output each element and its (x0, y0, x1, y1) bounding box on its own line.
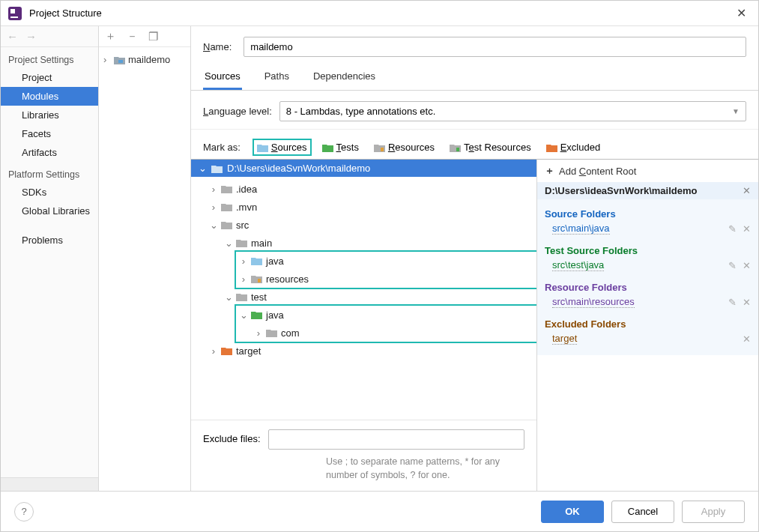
folder-icon (221, 220, 232, 229)
nav-facets[interactable]: Facets (1, 124, 98, 143)
edit-icon[interactable]: ✎ (728, 260, 737, 271)
resource-folder-item[interactable]: src\main\resources ✎✕ (545, 294, 751, 314)
add-content-root[interactable]: ＋ Add Content Root (537, 160, 758, 182)
tree-row-target[interactable]: ›target (191, 342, 536, 360)
help-button[interactable]: ? (14, 502, 34, 522)
nav-modules[interactable]: Modules (1, 87, 98, 106)
module-tree: › maildemo (99, 47, 190, 72)
copy-module-icon[interactable]: ❐ (148, 30, 158, 43)
nav-global-libraries[interactable]: Global Libraries (1, 202, 98, 220)
module-name: maildemo (128, 54, 170, 65)
sources-folder-icon (257, 143, 268, 152)
tree-row-main[interactable]: ⌄main (191, 234, 536, 252)
name-row: Name: (191, 26, 758, 64)
tree-row-main-resources[interactable]: ›resources (236, 270, 532, 288)
chevron-down-icon: ⌄ (225, 291, 232, 303)
nav-problems[interactable]: Problems (1, 231, 98, 250)
nav-artifacts[interactable]: Artifacts (1, 143, 98, 162)
edit-icon[interactable]: ✎ (728, 297, 737, 308)
remove-module-icon[interactable]: － (127, 29, 138, 43)
chevron-right-icon: › (210, 202, 217, 213)
test-source-folders-title: Test Source Folders (545, 241, 751, 258)
tree-row-src[interactable]: ⌄src (191, 216, 536, 234)
tab-dependencies[interactable]: Dependencies (312, 64, 377, 90)
module-list-panel: ＋ － ❐ › maildemo (99, 26, 191, 491)
module-toolbar: ＋ － ❐ (99, 26, 190, 47)
nav-libraries[interactable]: Libraries (1, 106, 98, 124)
app-icon (8, 7, 22, 20)
resource-folder-icon (251, 274, 262, 283)
chevron-right-icon: › (103, 54, 111, 65)
dialog-footer: ? OK Cancel Apply (1, 491, 758, 531)
add-module-icon[interactable]: ＋ (105, 29, 116, 43)
resource-folders-title: Resource Folders (545, 277, 751, 294)
highlighted-main-box: ›java ›resources (236, 252, 536, 288)
mark-tests[interactable]: Tests (319, 140, 362, 154)
tree-row-mvn[interactable]: ›.mvn (191, 198, 536, 216)
svg-rect-6 (258, 279, 261, 282)
language-level-select[interactable]: 8 - Lambdas, type annotations etc. ▼ (279, 101, 746, 121)
dialog-body: ← → Project Settings Project Modules Lib… (1, 26, 758, 491)
chevron-down-icon: ⌄ (210, 220, 217, 231)
source-folder-item[interactable]: src\main\java ✎✕ (545, 221, 751, 241)
mark-sources[interactable]: Sources (254, 140, 310, 154)
plus-icon: ＋ (545, 164, 554, 178)
mark-test-resources[interactable]: Test Resources (447, 140, 534, 154)
remove-icon[interactable]: ✕ (743, 297, 751, 308)
titlebar: Project Structure ✕ (1, 1, 758, 26)
chevron-down-icon: ⌄ (199, 163, 207, 174)
tree-root-row[interactable]: ⌄ D:\Users\ideaSvnWork\maildemo (191, 160, 536, 177)
nav-sdks[interactable]: SDKs (1, 183, 98, 202)
nav-project[interactable]: Project (1, 68, 98, 87)
folder-icon (221, 202, 232, 211)
section-project-settings: Project Settings (1, 47, 98, 68)
dropdown-icon: ▼ (732, 107, 740, 115)
folder-tree: ›.idea ›.mvn ⌄src ⌄main ›java ›resources… (191, 177, 536, 420)
remove-icon[interactable]: ✕ (743, 333, 751, 345)
tree-row-test-java[interactable]: ⌄java (236, 306, 532, 324)
svg-rect-5 (456, 148, 459, 151)
svg-rect-3 (118, 60, 123, 63)
tests-folder-icon (322, 143, 333, 152)
test-source-folder-item[interactable]: src\test\java ✎✕ (545, 258, 751, 277)
content-root-path-row[interactable]: D:\Users\ideaSvnWork\maildemo ✕ (537, 182, 758, 199)
tree-row-main-java[interactable]: ›java (236, 252, 532, 270)
edit-icon[interactable]: ✎ (728, 223, 737, 235)
exclude-files-row: Exclude files: (191, 420, 536, 453)
ok-button[interactable]: OK (541, 501, 604, 523)
cancel-button[interactable]: Cancel (611, 501, 674, 523)
excluded-folder-item[interactable]: target ✕ (545, 331, 751, 351)
root-folder-icon (211, 164, 223, 173)
module-name-input[interactable] (244, 37, 746, 57)
test-resources-folder-icon (450, 143, 461, 152)
exclude-files-input[interactable] (268, 429, 524, 450)
mark-resources[interactable]: Resources (371, 140, 438, 154)
chevron-down-icon: ⌄ (225, 238, 232, 249)
excluded-folder-icon (221, 346, 232, 355)
mark-excluded[interactable]: Excluded (543, 140, 603, 154)
back-arrow-icon[interactable]: ← (7, 30, 18, 43)
close-icon[interactable]: ✕ (732, 6, 751, 20)
forward-arrow-icon[interactable]: → (25, 30, 37, 43)
remove-icon[interactable]: ✕ (743, 260, 751, 271)
window-title: Project Structure (29, 7, 732, 19)
language-level-row: Language level: 8 - Lambdas, type annota… (191, 91, 758, 130)
svg-rect-2 (10, 16, 18, 18)
tab-paths[interactable]: Paths (263, 64, 291, 90)
excluded-folder-icon (546, 143, 557, 152)
apply-button[interactable]: Apply (682, 501, 745, 523)
tree-row-idea[interactable]: ›.idea (191, 180, 536, 198)
folder-icon (236, 238, 247, 247)
source-folder-icon (251, 256, 262, 265)
tab-sources[interactable]: Sources (203, 64, 242, 90)
tree-row-test[interactable]: ⌄test (191, 288, 536, 306)
mark-as-label: Mark as: (203, 142, 241, 153)
remove-icon[interactable]: ✕ (743, 223, 751, 235)
module-row-maildemo[interactable]: › maildemo (99, 52, 190, 67)
sources-split: ⌄ D:\Users\ideaSvnWork\maildemo ›.idea ›… (191, 159, 758, 491)
tree-row-com[interactable]: ›com (236, 324, 532, 342)
remove-content-root-icon[interactable]: ✕ (743, 185, 751, 196)
name-label: Name: (203, 41, 232, 52)
folder-icon (221, 184, 232, 193)
language-level-value: 8 - Lambdas, type annotations etc. (286, 106, 435, 117)
